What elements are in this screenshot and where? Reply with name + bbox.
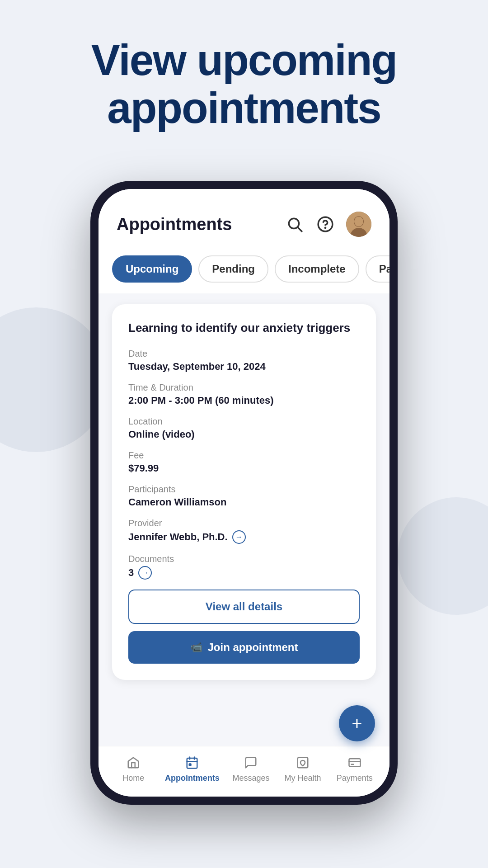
myhealth-icon (295, 755, 311, 771)
fee-value: $79.99 (128, 462, 360, 474)
location-label: Location (128, 416, 360, 427)
nav-home[interactable]: Home (113, 755, 154, 783)
nav-myhealth[interactable]: My Health (282, 755, 323, 783)
video-icon: 📹 (190, 642, 202, 653)
provider-label: Provider (128, 518, 360, 528)
fee-label: Fee (128, 450, 360, 461)
home-icon (125, 755, 141, 771)
svg-line-1 (298, 227, 302, 231)
date-value: Tuesday, September 10, 2024 (128, 361, 360, 373)
date-label: Date (128, 349, 360, 359)
app-header: Appointments (99, 189, 389, 248)
hero-section: View upcoming appointments (0, 36, 488, 132)
participants-label: Participants (128, 484, 360, 495)
documents-label: Documents (128, 554, 360, 564)
payments-nav-label: Payments (337, 774, 373, 783)
tab-incomplete[interactable]: Incomplete (275, 255, 359, 283)
cards-area: Learning to identify our anxiety trigger… (99, 293, 389, 746)
tab-pending[interactable]: Pending (198, 255, 268, 283)
tab-past[interactable]: Past (366, 255, 389, 283)
provider-value: Jennifer Webb, Ph.D. → (128, 530, 360, 544)
nav-payments[interactable]: Payments (334, 755, 375, 783)
documents-row: Documents 3 → (128, 554, 360, 580)
time-label: Time & Duration (128, 382, 360, 393)
date-row: Date Tuesday, September 10, 2024 (128, 349, 360, 373)
time-row: Time & Duration 2:00 PM - 3:00 PM (60 mi… (128, 382, 360, 406)
search-button[interactable] (285, 214, 305, 234)
header-actions (285, 212, 371, 237)
time-value: 2:00 PM - 3:00 PM (60 minutes) (128, 395, 360, 406)
fab-add-button[interactable]: + (339, 705, 375, 741)
home-nav-label: Home (122, 774, 144, 783)
documents-link-icon[interactable]: → (138, 566, 152, 580)
hero-title: View upcoming appointments (36, 36, 452, 132)
svg-rect-8 (187, 758, 197, 769)
svg-rect-12 (189, 764, 191, 766)
bg-decoration-right (398, 497, 488, 615)
appointments-nav-label: Appointments (165, 774, 220, 783)
avatar[interactable] (346, 212, 371, 237)
payments-icon (347, 755, 363, 771)
participants-value: Cameron Williamson (128, 496, 360, 508)
nav-messages[interactable]: Messages (230, 755, 271, 783)
nav-appointments[interactable]: Appointments (165, 755, 220, 783)
join-appointment-button[interactable]: 📹 Join appointment (128, 631, 360, 664)
fee-row: Fee $79.99 (128, 450, 360, 474)
documents-value: 3 → (128, 566, 360, 580)
appointment-card: Learning to identify our anxiety trigger… (112, 304, 376, 680)
calendar-icon (184, 755, 200, 771)
location-value: Online (video) (128, 429, 360, 440)
participants-row: Participants Cameron Williamson (128, 484, 360, 508)
svg-rect-14 (349, 759, 360, 767)
messages-nav-label: Messages (232, 774, 269, 783)
plus-icon: + (352, 714, 362, 732)
bottom-nav: Home Appointments (99, 746, 389, 797)
tab-upcoming[interactable]: Upcoming (112, 255, 192, 283)
page-title: Appointments (117, 215, 232, 234)
svg-point-7 (354, 217, 363, 226)
appointment-title: Learning to identify our anxiety trigger… (128, 321, 360, 336)
provider-row: Provider Jennifer Webb, Ph.D. → (128, 518, 360, 544)
phone-screen: Appointments (99, 189, 389, 797)
tabs-bar: Upcoming Pending Incomplete Past (99, 248, 389, 293)
help-button[interactable] (315, 214, 335, 234)
myhealth-nav-label: My Health (285, 774, 321, 783)
messages-icon (243, 755, 259, 771)
phone-mockup: Appointments (90, 181, 398, 805)
view-details-button[interactable]: View all details (128, 590, 360, 624)
provider-link-icon[interactable]: → (232, 530, 246, 544)
location-row: Location Online (video) (128, 416, 360, 440)
